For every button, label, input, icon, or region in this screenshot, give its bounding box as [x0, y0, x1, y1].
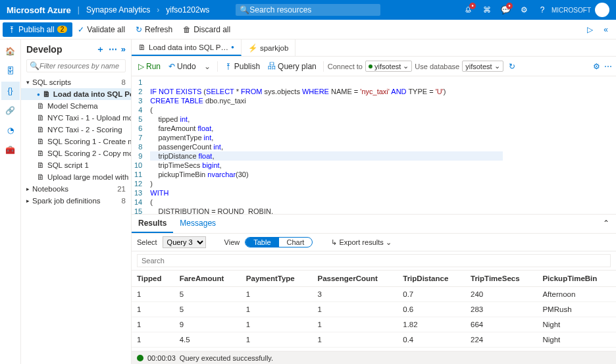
validate-all-button[interactable]: ✓Validate all — [72, 22, 130, 37]
sql-item-upload-large[interactable]: 🗎Upload large model with COPY INTO — [21, 171, 131, 183]
cell: 1.82 — [398, 317, 465, 332]
cell: 1 — [241, 332, 313, 348]
item-label: Load data into SQL Pool — [53, 90, 131, 98]
item-label: SQL Scoring 1 - Create model table — [47, 138, 131, 145]
cell: 4.5 — [174, 332, 241, 348]
run-button[interactable]: ▷Run — [136, 61, 163, 72]
refresh-db-icon[interactable]: ↻ — [506, 61, 518, 72]
chevron-down-icon[interactable]: ⌄ — [201, 61, 213, 72]
col-header[interactable]: TripDistance — [398, 271, 465, 287]
results-grid[interactable]: TippedFareAmountPaymentTypePassengerCoun… — [132, 271, 616, 351]
rail-integrate-icon[interactable]: 🔗 — [1, 101, 20, 120]
col-header[interactable]: FareAmount — [174, 271, 241, 287]
table-row[interactable]: 15130.7240Afternoon — [132, 287, 616, 302]
panel-more-icon[interactable]: ⋯ — [109, 44, 117, 54]
breadcrumb-workspace[interactable]: yifso1202ws — [166, 5, 209, 14]
sql-icon: 🗎 — [43, 90, 51, 98]
view-table[interactable]: Table — [245, 238, 278, 247]
view-segment[interactable]: Table Chart — [245, 237, 313, 247]
refresh-button[interactable]: ↻Refresh — [130, 22, 178, 37]
filter-icon: 🔍 — [30, 61, 39, 70]
add-resource-icon[interactable]: ＋ — [96, 44, 105, 54]
col-header[interactable]: PaymentType — [241, 271, 313, 287]
tab-label: Load data into SQL P… — [149, 43, 228, 51]
account-label[interactable]: MICROSOFT — [552, 7, 591, 14]
export-results-button[interactable]: ↳ Export results ⌄ — [331, 238, 391, 247]
global-search[interactable]: 🔍 — [236, 4, 380, 16]
rail-develop-icon[interactable]: {} — [1, 82, 20, 100]
rail-monitor-icon[interactable]: ◔ — [1, 121, 20, 140]
rail-manage-icon[interactable]: 🧰 — [1, 141, 20, 159]
view-chart[interactable]: Chart — [279, 238, 313, 247]
undo-button[interactable]: ↶Undo — [166, 61, 199, 72]
editor-tab-2[interactable]: ⚡sparkjob — [242, 39, 295, 56]
global-search-input[interactable] — [249, 5, 376, 14]
rail-home-icon[interactable]: 🏠 — [1, 42, 20, 61]
publish-button[interactable]: ⭱Publish — [222, 61, 263, 72]
filter-input[interactable] — [39, 62, 122, 70]
feedback-badge: • — [506, 3, 513, 9]
publish-all-button[interactable]: ⭱ Publish all 2 — [3, 22, 72, 37]
col-header[interactable]: PassengerCount — [312, 271, 398, 287]
results-search-input[interactable] — [137, 254, 611, 267]
query-select[interactable]: Query 3 — [163, 236, 206, 248]
settings-icon[interactable]: ⚙ — [515, 1, 533, 19]
cell: 0.7 — [398, 287, 465, 302]
sql-icon: 🗎 — [37, 149, 45, 157]
table-row[interactable]: 15110.6283PMRush — [132, 302, 616, 317]
sql-item-scoring2[interactable]: 🗎SQL Scoring 2 - Copy model into mo… — [21, 147, 131, 159]
check-icon: ✓ — [78, 25, 84, 34]
more-icon[interactable]: ⋯ — [604, 62, 612, 71]
tab-messages[interactable]: Messages — [173, 215, 222, 233]
sql-item-nyc1[interactable]: 🗎NYC Taxi - 1 - Upload model — [21, 112, 131, 124]
connect-to-select[interactable]: yifsotest⌄ — [365, 61, 412, 72]
col-header[interactable]: Tipped — [132, 271, 174, 287]
run-all-icon[interactable]: ▷ — [582, 22, 598, 37]
avatar[interactable] — [595, 3, 609, 17]
upload-icon: ⭱ — [8, 25, 16, 34]
collapse-right-icon[interactable]: « — [598, 22, 613, 37]
collapse-results-icon[interactable]: ⌃ — [596, 215, 616, 233]
cell: 1 — [241, 302, 313, 317]
sql-icon: 🗎 — [37, 102, 45, 110]
spark-icon: ⚡ — [248, 43, 257, 53]
col-header[interactable]: PickupTimeBin — [537, 271, 616, 287]
cell: 1 — [241, 317, 313, 332]
modified-dot-icon: ● — [37, 91, 40, 97]
discard-all-button[interactable]: 🗑Discard all — [178, 22, 236, 37]
sql-item-load-data[interactable]: ●🗎Load data into SQL Pool — [21, 88, 131, 100]
tab-results[interactable]: Results — [132, 215, 173, 233]
feedback-icon[interactable]: 💬• — [496, 1, 515, 19]
group-notebooks[interactable]: ▸ Notebooks 21 — [21, 183, 131, 195]
notifications-icon[interactable]: 🕭• — [459, 1, 478, 19]
sql-editor[interactable]: IF NOT EXISTS (SELECT * FROM sys.objects… — [147, 76, 505, 214]
brand[interactable]: Microsoft Azure — [7, 5, 71, 15]
sql-item-scoring1[interactable]: 🗎SQL Scoring 1 - Create model table — [21, 136, 131, 147]
help-icon[interactable]: ? — [533, 1, 552, 19]
cell: 5 — [174, 302, 241, 317]
table-row[interactable]: 14.5110.4224Night — [132, 332, 616, 348]
filter-wrap[interactable]: 🔍 — [26, 59, 126, 72]
editor-tab-1[interactable]: 🗎Load data into SQL P…● — [132, 39, 242, 56]
cell: PMRush — [537, 302, 616, 317]
table-row[interactable]: 19111.82664Night — [132, 317, 616, 332]
sql-item-model-schema[interactable]: 🗎Model Schema — [21, 100, 131, 112]
use-database-select[interactable]: yifsotest⌄ — [462, 61, 503, 72]
panel-expand-icon[interactable]: » — [121, 44, 126, 54]
cell: Afternoon — [537, 287, 616, 302]
query-plan-button[interactable]: 品Query plan — [265, 59, 319, 73]
rail-data-icon[interactable]: 🗄 — [1, 62, 20, 80]
item-label: SQL Scoring 2 - Copy model into mo… — [47, 149, 131, 157]
breadcrumb-service[interactable]: Synapse Analytics — [86, 5, 150, 14]
sql-icon: 🗎 — [37, 126, 45, 134]
settings-icon[interactable]: ⚙ — [593, 62, 600, 71]
col-header[interactable]: TripTimeSecs — [465, 271, 537, 287]
status-dot-icon — [369, 65, 372, 68]
group-sql-scripts[interactable]: ▾ SQL scripts 8 — [21, 76, 131, 88]
cloud-shell-icon[interactable]: ⌘ — [478, 1, 496, 19]
group-sparkjobs[interactable]: ▸ Spark job definitions 8 — [21, 195, 131, 207]
sql-item-script1[interactable]: 🗎SQL script 1 — [21, 159, 131, 171]
cell: 1 — [312, 332, 398, 348]
sql-item-nyc2[interactable]: 🗎NYC Taxi - 2 - Scoring — [21, 124, 131, 136]
cell: Night — [537, 317, 616, 332]
